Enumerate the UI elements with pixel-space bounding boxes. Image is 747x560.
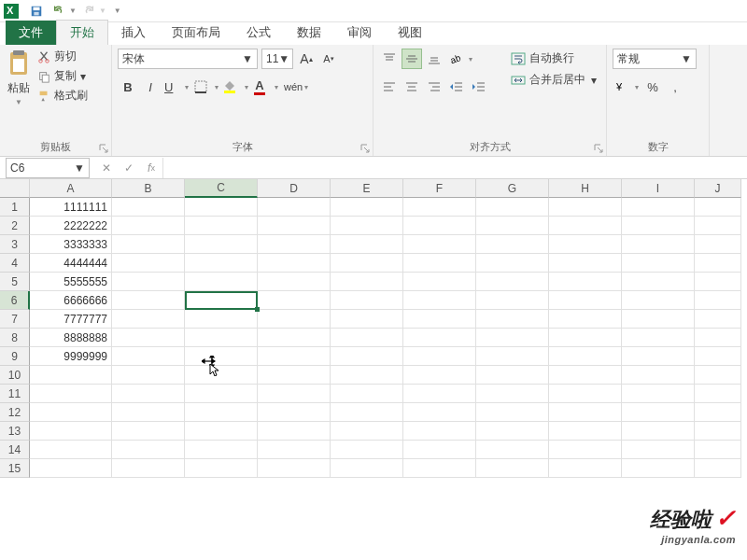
row-header-15[interactable]: 15: [0, 459, 30, 478]
row-header-1[interactable]: 1: [0, 198, 30, 217]
column-header-B[interactable]: B: [112, 179, 185, 198]
cell-C8[interactable]: [185, 329, 258, 347]
tab-review[interactable]: 审阅: [334, 21, 385, 45]
cell-B13[interactable]: [112, 422, 185, 441]
row-header-13[interactable]: 13: [0, 422, 30, 441]
cell-C10[interactable]: [185, 366, 258, 385]
cell-I5[interactable]: [622, 273, 695, 291]
cell-F1[interactable]: [403, 198, 476, 217]
align-top-icon[interactable]: [379, 49, 400, 69]
percent-format-icon[interactable]: %: [642, 77, 663, 97]
redo-button[interactable]: [78, 3, 99, 20]
decrease-font-icon[interactable]: A▾: [319, 49, 338, 69]
cell-J2[interactable]: [695, 217, 741, 235]
cell-A7[interactable]: 7777777: [30, 310, 112, 329]
cell-I3[interactable]: [622, 235, 695, 254]
cell-A8[interactable]: 8888888: [30, 329, 112, 347]
cell-D5[interactable]: [258, 273, 331, 291]
cell-E9[interactable]: [331, 347, 403, 366]
cell-E5[interactable]: [331, 273, 403, 291]
cell-I13[interactable]: [622, 422, 695, 441]
cut-button[interactable]: 剪切: [37, 49, 88, 64]
cell-H2[interactable]: [549, 217, 622, 235]
cell-G12[interactable]: [476, 403, 549, 422]
cell-H3[interactable]: [549, 235, 622, 254]
cell-E6[interactable]: [331, 291, 403, 310]
column-header-G[interactable]: G: [476, 179, 549, 198]
cell-I14[interactable]: [622, 441, 695, 459]
cell-I8[interactable]: [622, 329, 695, 347]
cell-C14[interactable]: [185, 441, 258, 459]
cell-B15[interactable]: [112, 459, 185, 478]
font-dialog-icon[interactable]: [360, 144, 370, 153]
number-format-combo[interactable]: 常规▼: [613, 49, 697, 69]
cell-J6[interactable]: [695, 291, 741, 310]
cell-J11[interactable]: [695, 385, 741, 403]
cell-E15[interactable]: [331, 459, 403, 478]
row-header-3[interactable]: 3: [0, 235, 30, 254]
row-header-14[interactable]: 14: [0, 441, 30, 459]
cell-A11[interactable]: [30, 385, 112, 403]
cell-H11[interactable]: [549, 385, 622, 403]
cell-I1[interactable]: [622, 198, 695, 217]
cell-H14[interactable]: [549, 441, 622, 459]
cell-D14[interactable]: [258, 441, 331, 459]
cell-H10[interactable]: [549, 366, 622, 385]
tab-formulas[interactable]: 公式: [233, 21, 284, 45]
cell-E10[interactable]: [331, 366, 403, 385]
cell-J1[interactable]: [695, 198, 741, 217]
cell-H9[interactable]: [549, 347, 622, 366]
cell-F11[interactable]: [403, 385, 476, 403]
comma-format-icon[interactable]: ,: [665, 77, 685, 97]
cancel-formula-icon[interactable]: ✕: [95, 158, 118, 178]
cell-G8[interactable]: [476, 329, 549, 347]
cell-D12[interactable]: [258, 403, 331, 422]
undo-dropdown-icon[interactable]: ▼: [69, 7, 77, 15]
cell-E1[interactable]: [331, 198, 403, 217]
cell-G1[interactable]: [476, 198, 549, 217]
paste-dropdown-icon[interactable]: ▼: [15, 98, 22, 106]
cell-B9[interactable]: [112, 347, 185, 366]
cell-J7[interactable]: [695, 310, 741, 329]
cell-B5[interactable]: [112, 273, 185, 291]
align-center-icon[interactable]: [402, 77, 422, 97]
cell-B11[interactable]: [112, 385, 185, 403]
paste-button[interactable]: 粘贴 ▼: [6, 49, 32, 138]
border-button[interactable]: ▾: [192, 77, 220, 97]
cell-J15[interactable]: [695, 459, 741, 478]
cell-B10[interactable]: [112, 366, 185, 385]
cell-H4[interactable]: [549, 254, 622, 273]
undo-button[interactable]: [49, 3, 69, 20]
cell-E3[interactable]: [331, 235, 403, 254]
clipboard-dialog-icon[interactable]: [99, 144, 108, 153]
cell-G2[interactable]: [476, 217, 549, 235]
cell-F7[interactable]: [403, 310, 476, 329]
cell-B8[interactable]: [112, 329, 185, 347]
cell-H1[interactable]: [549, 198, 622, 217]
cell-D6[interactable]: [258, 291, 331, 310]
increase-font-icon[interactable]: A▴: [297, 49, 316, 69]
align-left-icon[interactable]: [379, 77, 400, 97]
save-button[interactable]: [26, 3, 47, 20]
cell-C15[interactable]: [185, 459, 258, 478]
cell-H15[interactable]: [549, 459, 622, 478]
cell-D2[interactable]: [258, 217, 331, 235]
cell-F4[interactable]: [403, 254, 476, 273]
cell-C11[interactable]: [185, 385, 258, 403]
cell-E8[interactable]: [331, 329, 403, 347]
cell-G15[interactable]: [476, 459, 549, 478]
cell-G4[interactable]: [476, 254, 549, 273]
cell-E7[interactable]: [331, 310, 403, 329]
cell-F5[interactable]: [403, 273, 476, 291]
cell-G7[interactable]: [476, 310, 549, 329]
cell-H12[interactable]: [549, 403, 622, 422]
cell-I10[interactable]: [622, 366, 695, 385]
cell-E13[interactable]: [331, 422, 403, 441]
cell-J5[interactable]: [695, 273, 741, 291]
cell-B14[interactable]: [112, 441, 185, 459]
cell-A2[interactable]: 2222222: [30, 217, 112, 235]
cell-F12[interactable]: [403, 403, 476, 422]
cell-D11[interactable]: [258, 385, 331, 403]
cell-F14[interactable]: [403, 441, 476, 459]
font-size-combo[interactable]: 11▼: [261, 49, 293, 69]
